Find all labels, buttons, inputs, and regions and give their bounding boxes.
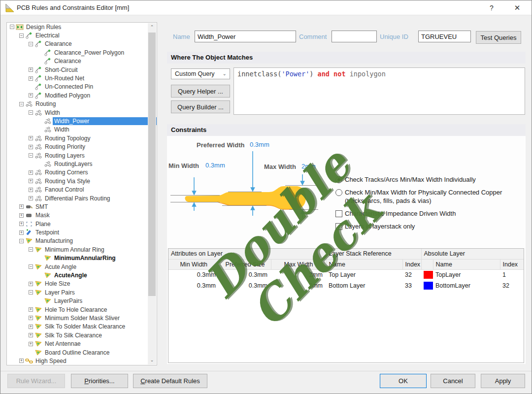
expand-icon[interactable]: + bbox=[29, 196, 33, 200]
query-editor[interactable]: innetclass('Power') and not inpolygon bbox=[233, 67, 525, 115]
tree-item-width[interactable]: Width bbox=[7, 126, 157, 134]
scroll-up-icon[interactable]: ⌃ bbox=[148, 23, 156, 32]
expand-icon[interactable]: + bbox=[19, 222, 24, 226]
radio-check-tracks-arcs-min-ma[interactable]: Check Tracks/Arcs Min/Max Width Individu… bbox=[335, 175, 525, 184]
collapse-icon[interactable]: − bbox=[19, 102, 24, 106]
tree-item-un-connected-pin[interactable]: Un-Connected Pin bbox=[7, 83, 157, 91]
collapse-icon[interactable]: − bbox=[10, 25, 14, 29]
collapse-icon[interactable]: − bbox=[19, 33, 24, 38]
tree-item-width-power[interactable]: Width_Power bbox=[7, 117, 157, 125]
table-row[interactable]: 0.3mm0.3mm2mmBottom Layer33 BottomLayer3… bbox=[168, 280, 524, 291]
tree-item-mask[interactable]: +Mask bbox=[7, 211, 157, 220]
column-header-index[interactable]: Index bbox=[500, 259, 524, 269]
tree-item-routing-priority[interactable]: +Routing Priority bbox=[7, 142, 157, 151]
collapse-icon[interactable]: − bbox=[29, 264, 33, 269]
help-button[interactable]: ? bbox=[481, 0, 502, 15]
expand-icon[interactable]: + bbox=[29, 170, 33, 175]
tree-item-routing-via-style[interactable]: +Routing Via Style bbox=[7, 177, 157, 185]
query-helper-button[interactable]: Query Helper ... bbox=[171, 85, 230, 98]
table-row[interactable]: 0.3mm0.3mm2mmTop Layer32 TopLayer1 bbox=[168, 269, 524, 280]
column-header-color[interactable] bbox=[421, 259, 433, 269]
expand-icon[interactable]: + bbox=[19, 213, 24, 218]
tree-item-layerpairs[interactable]: LayerPairs bbox=[7, 297, 157, 305]
expand-icon[interactable]: + bbox=[29, 145, 33, 149]
close-icon[interactable]: ✕ bbox=[507, 0, 528, 15]
expand-icon[interactable]: + bbox=[29, 316, 33, 320]
radio-icon[interactable] bbox=[335, 176, 342, 183]
tree-item-minimum-annular-ring[interactable]: −Minimum Annular Ring bbox=[7, 245, 157, 254]
tree-item-acute-angle[interactable]: −Acute Angle bbox=[7, 263, 157, 271]
expand-icon[interactable]: + bbox=[19, 230, 24, 235]
query-builder-button[interactable]: Query Builder ... bbox=[171, 100, 230, 113]
tree-item-routing-corners[interactable]: +Routing Corners bbox=[7, 168, 157, 177]
tree-item-design-rules[interactable]: −Design Rules bbox=[7, 23, 157, 31]
tree-item-width[interactable]: −Width bbox=[7, 108, 157, 117]
tree-item-acuteangle[interactable]: AcuteAngle bbox=[7, 271, 157, 279]
collapse-icon[interactable]: − bbox=[29, 42, 33, 46]
checkbox-layers-in-layerstack-onl[interactable]: ✓Layers in layerstack only bbox=[335, 222, 525, 230]
name-input[interactable] bbox=[195, 31, 296, 42]
tree-item-clearance-power-polygon[interactable]: Clearance_Power Polygon bbox=[7, 48, 157, 57]
unique-id-input[interactable] bbox=[418, 31, 471, 42]
tree-item-fanout-control[interactable]: +Fanout Control bbox=[7, 185, 157, 194]
expand-icon[interactable]: + bbox=[29, 179, 33, 183]
radio-icon[interactable] bbox=[335, 189, 342, 196]
checkbox-characteristic-impedance[interactable]: Characteristic Impedance Driven Width bbox=[335, 209, 525, 218]
tree-item-layer-pairs[interactable]: −Layer Pairs bbox=[7, 288, 157, 296]
expand-icon[interactable]: + bbox=[29, 307, 33, 312]
tree-item-routing-topology[interactable]: +Routing Topology bbox=[7, 134, 157, 142]
checkbox-icon[interactable]: ✓ bbox=[335, 223, 342, 230]
collapse-icon[interactable]: − bbox=[29, 290, 33, 295]
tree-item-minimum-solder-mask-sliver[interactable]: +Minimum Solder Mask Sliver bbox=[7, 314, 157, 322]
expand-icon[interactable]: + bbox=[19, 359, 24, 363]
tree-item-silk-to-solder-mask-clearance[interactable]: +Silk To Solder Mask Clearance bbox=[7, 323, 157, 331]
tree-item-plane[interactable]: +Plane bbox=[7, 220, 157, 228]
tree-item-board-outline-clearance[interactable]: Board Outline Clearance bbox=[7, 348, 157, 357]
tree-item-clearance[interactable]: Clearance bbox=[7, 57, 157, 66]
expand-icon[interactable]: + bbox=[19, 204, 24, 209]
rule-wizard-button[interactable]: Rule Wizard... bbox=[7, 374, 65, 388]
tree-item-short-circuit[interactable]: +Short-Circuit bbox=[7, 66, 157, 74]
tree-item-modified-polygon[interactable]: +Modified Polygon bbox=[7, 91, 157, 99]
collapse-icon[interactable]: − bbox=[29, 153, 33, 158]
expand-icon[interactable]: + bbox=[29, 67, 33, 72]
expand-icon[interactable]: + bbox=[29, 76, 33, 81]
tree-item-electrical[interactable]: −Electrical bbox=[7, 31, 157, 39]
ok-button[interactable]: OK bbox=[380, 374, 427, 388]
expand-icon[interactable]: + bbox=[29, 342, 33, 346]
tree-item-hole-to-hole-clearance[interactable]: +Hole To Hole Clearance bbox=[7, 305, 157, 314]
tree-item-clearance[interactable]: −Clearance bbox=[7, 40, 157, 48]
tree-item-smt[interactable]: +SMT bbox=[7, 202, 157, 211]
tree-item-un-routed-net[interactable]: +Un-Routed Net bbox=[7, 74, 157, 82]
expand-icon[interactable]: + bbox=[29, 136, 33, 140]
tree-item-manufacturing[interactable]: −Manufacturing bbox=[7, 237, 157, 245]
tree-item-minimumannularring[interactable]: MinimumAnnularRing bbox=[7, 254, 157, 263]
comment-input[interactable] bbox=[332, 31, 377, 42]
scroll-down-icon[interactable]: ⌄ bbox=[148, 356, 156, 364]
column-header-preferred-size[interactable]: Preferred Size bbox=[219, 259, 271, 269]
tree-item-testpoint[interactable]: +Testpoint bbox=[7, 228, 157, 236]
expand-icon[interactable]: + bbox=[29, 282, 33, 286]
tree-item-net-antennae[interactable]: +Net Antennae bbox=[7, 339, 157, 348]
radio-check-min-max-width-for-[interactable]: Check Min/Max Width for Physically Conne… bbox=[335, 188, 525, 205]
column-header-min-width[interactable]: Min Width bbox=[168, 259, 219, 269]
scrollbar-thumb[interactable] bbox=[148, 33, 156, 296]
tree-item-silk-to-silk-clearance[interactable]: +Silk To Silk Clearance bbox=[7, 331, 157, 339]
column-header-max-width[interactable]: Max Width bbox=[271, 259, 326, 269]
tree-item-hole-size[interactable]: +Hole Size bbox=[7, 280, 157, 288]
tree-item-high-speed[interactable]: +High Speed bbox=[7, 357, 157, 365]
cancel-button[interactable]: Cancel bbox=[431, 374, 475, 388]
test-queries-button[interactable]: Test Queries bbox=[476, 31, 521, 44]
expand-icon[interactable]: + bbox=[29, 188, 33, 192]
tree-scrollbar[interactable]: ⌃ ⌄ bbox=[148, 23, 156, 364]
tree-item-routing-layers[interactable]: −Routing Layers bbox=[7, 151, 157, 160]
create-default-rules-button[interactable]: Create Default Rules bbox=[133, 374, 207, 388]
column-header-name[interactable]: Name bbox=[433, 259, 500, 269]
collapse-icon[interactable]: − bbox=[29, 110, 33, 115]
checkbox-icon[interactable] bbox=[335, 210, 342, 217]
priorities-button[interactable]: Priorities... bbox=[71, 374, 128, 388]
tree-item-routinglayers[interactable]: RoutingLayers bbox=[7, 160, 157, 168]
column-header-name[interactable]: Name bbox=[326, 259, 402, 269]
collapse-icon[interactable]: − bbox=[29, 247, 33, 252]
scope-select[interactable]: Custom Query ⌄ bbox=[171, 68, 230, 79]
